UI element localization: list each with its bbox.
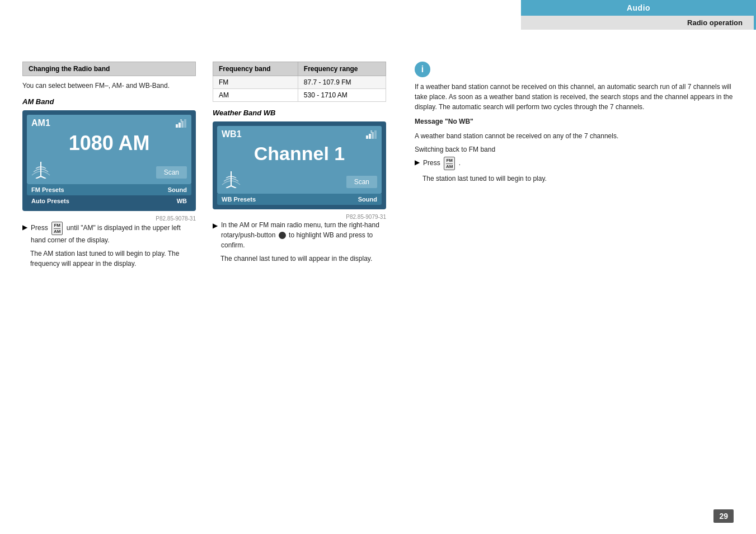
wb-sound-label: Sound [358, 196, 377, 203]
wb-bullet-arrow: ▶ [213, 221, 218, 250]
header-section: Audio Radio operation [521, 0, 756, 30]
wb-channel: Channel 1 [254, 143, 345, 164]
weather-band-info: If a weather band station cannot be rece… [415, 82, 734, 112]
fm-label-btn-right: FM [446, 158, 453, 164]
am-antenna-row: Scan [31, 158, 187, 181]
wb-channel-text: The channel last tuned to will appear in… [220, 254, 386, 264]
am-label-btn: AM [54, 229, 60, 235]
am-bullet-1: ▶ Press FM AM until "AM" is displayed in… [22, 222, 196, 245]
info-icon: i [415, 62, 430, 77]
wb-bullet-1: ▶ In the AM or FM main radio menu, turn … [213, 220, 386, 250]
fm-label-btn: FM [54, 223, 60, 229]
freq-range-header: Frequency range [298, 62, 386, 76]
auto-presets-label: Auto Presets [31, 198, 69, 204]
wb-radio-footer: WB Presets Sound [217, 194, 382, 205]
am-bullet-text: Press FM AM until "AM" is displayed in t… [31, 222, 196, 245]
freq-range-cell: 530 - 1710 AM [298, 89, 386, 102]
frequency-table: Frequency band Frequency range FM87.7 - … [213, 62, 386, 102]
am-frequency: 1080 AM [69, 127, 150, 159]
switch-back-arrow: ▶ [415, 157, 420, 170]
play-text-right: The station last tuned to will begin to … [422, 174, 734, 184]
wb-antenna-row: Scan [222, 168, 377, 190]
am-scan-button[interactable]: Scan [156, 166, 187, 179]
fm-presets-label: FM Presets [31, 186, 64, 193]
am-band-label-display: AM1 [31, 118, 50, 128]
no-wb-message: Message "No WB" [415, 116, 734, 127]
middle-column: Frequency band Frequency range FM87.7 - … [213, 62, 386, 273]
wb-antenna-icon [222, 170, 241, 188]
switch-back-bullet: ▶ Press FM AM . [415, 157, 734, 170]
svg-rect-0 [176, 124, 178, 128]
freq-band-cell: FM [213, 76, 298, 89]
signal-bars-icon: S [176, 119, 187, 128]
main-content: Changing the Radio band You can select b… [0, 62, 756, 273]
page-number: 29 [713, 509, 734, 523]
audio-header: Audio [521, 0, 756, 16]
am-radio-display: AM1 S 1080 AM [22, 110, 196, 211]
changing-band-body: You can select between FM–, AM- and WB-B… [22, 81, 196, 91]
bullet-arrow-1: ▶ [22, 222, 27, 245]
radio-operation-header: Radio operation [521, 16, 756, 30]
am-label-btn-right: AM [446, 164, 453, 170]
switch-back-text: Press FM AM . [423, 157, 461, 170]
svg-rect-1 [179, 123, 181, 128]
wb-band-label-display: WB1 [222, 129, 242, 139]
svg-rect-3 [184, 119, 186, 128]
am-play-text: The AM station last tuned to will begin … [30, 249, 196, 269]
left-column: Changing the Radio band You can select b… [22, 62, 196, 273]
wb-signal-bars-icon: S [366, 130, 377, 139]
wb-image-ref: P82.85-9079-31 [213, 214, 386, 220]
svg-line-6 [36, 176, 41, 179]
freq-band-cell: AM [213, 89, 298, 102]
am-radio-footer: FM Presets Sound [27, 184, 191, 195]
fm-am-button-inline: FM AM [51, 222, 63, 235]
am-band-label: AM Band [22, 97, 196, 106]
table-row: AM530 - 1710 AM [213, 89, 386, 102]
am-radio-footer-2: Auto Presets WB [27, 195, 191, 207]
fm-am-button-right: FM AM [444, 157, 455, 170]
switching-back-label: Switching back to FM band [415, 146, 734, 153]
freq-band-header: Frequency band [213, 62, 298, 76]
table-row: FM87.7 - 107.9 FM [213, 76, 386, 89]
wb-bullet-text: In the AM or FM main radio menu, turn th… [221, 220, 386, 250]
svg-line-7 [41, 176, 46, 179]
wb-radio-display: WB1 S Channel 1 [213, 121, 386, 209]
no-wb-body: A weather band station cannot be receive… [415, 131, 734, 141]
sound-label-left: Sound [168, 186, 187, 193]
wb-band-label: Weather Band WB [213, 109, 386, 117]
wb-presets-label: WB Presets [222, 196, 256, 203]
changing-radio-band-header: Changing the Radio band [22, 62, 196, 76]
freq-range-cell: 87.7 - 107.9 FM [298, 76, 386, 89]
wb-scan-button[interactable]: Scan [346, 176, 377, 188]
wb-label-footer: WB [177, 198, 187, 204]
right-column: i If a weather band station cannot be re… [403, 62, 734, 273]
antenna-icon [31, 161, 51, 179]
svg-rect-9 [369, 134, 371, 139]
svg-line-14 [226, 186, 231, 188]
am-image-ref: P82.85-9078-31 [22, 216, 196, 222]
rotary-button-icon [279, 232, 286, 239]
wb-display-inner: WB1 S Channel 1 [217, 126, 382, 194]
svg-line-15 [231, 186, 236, 188]
am-display-inner: AM1 S 1080 AM [27, 115, 191, 184]
svg-rect-11 [374, 130, 377, 139]
svg-rect-8 [366, 135, 368, 139]
